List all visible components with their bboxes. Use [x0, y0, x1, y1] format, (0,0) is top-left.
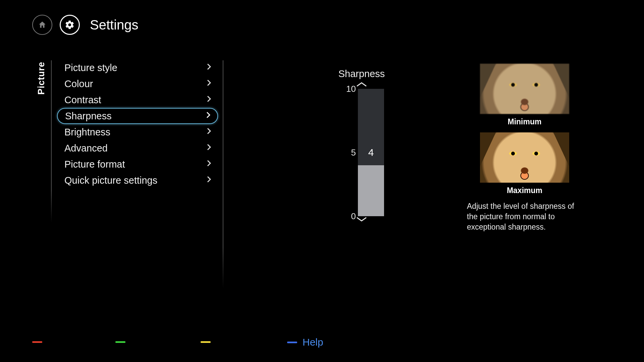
divider [223, 60, 223, 288]
preview-image-maximum [480, 132, 569, 183]
help-label: Help [303, 337, 323, 348]
menu-item-sharpness[interactable]: Sharpness [57, 108, 218, 124]
chevron-right-icon [206, 111, 211, 121]
menu-item-label: Colour [64, 78, 93, 89]
preview-label-max: Maximum [467, 186, 582, 195]
info-description: Adjust the level of sharpness of the pic… [467, 201, 582, 232]
menu-item-contrast[interactable]: Contrast [57, 92, 218, 108]
tick-mid: 5 [351, 147, 356, 158]
color-key-green[interactable] [115, 341, 125, 343]
menu-item-advanced[interactable]: Advanced [57, 140, 218, 156]
home-icon [38, 20, 47, 29]
menu-item-label: Advanced [64, 143, 108, 154]
menu-item-brightness[interactable]: Brightness [57, 124, 218, 140]
gear-icon [65, 20, 75, 30]
tick-min: 0 [351, 211, 356, 222]
color-key-blue [287, 342, 297, 343]
menu-item-quick-picture-settings[interactable]: Quick picture settings [57, 172, 218, 188]
preview-image-minimum [480, 64, 569, 114]
slider-body: 10 5 0 4 [339, 89, 384, 216]
menu-item-colour[interactable]: Colour [57, 76, 218, 92]
page-title: Settings [90, 17, 139, 33]
chevron-right-icon [207, 95, 211, 105]
chevron-right-icon [207, 143, 211, 153]
menu-item-label: Picture style [64, 62, 117, 73]
color-key-yellow[interactable] [201, 341, 211, 343]
chevron-right-icon [207, 63, 211, 72]
slider-value: 4 [358, 147, 384, 158]
slider-increment[interactable] [355, 81, 368, 89]
chevron-right-icon [207, 127, 211, 137]
color-key-red[interactable] [32, 341, 42, 343]
divider [51, 60, 52, 223]
tick-max: 10 [346, 84, 356, 94]
menu-item-label: Picture format [64, 159, 125, 170]
menu-item-label: Sharpness [65, 111, 112, 122]
chevron-right-icon [207, 160, 211, 169]
category-tab-picture[interactable]: Picture [36, 62, 47, 95]
preview-label-min: Minimum [467, 117, 582, 126]
menu-item-label: Brightness [64, 127, 110, 138]
menu-item-label: Quick picture settings [64, 175, 157, 186]
slider-decrement[interactable] [355, 216, 368, 224]
slider-fill [358, 165, 384, 216]
settings-menu: Picture styleColourContrastSharpnessBrig… [57, 60, 218, 188]
chevron-up-icon [355, 83, 368, 88]
menu-item-picture-style[interactable]: Picture style [57, 60, 218, 76]
chevron-right-icon [207, 79, 211, 88]
slider-track[interactable]: 4 [358, 89, 384, 216]
slider-ticks: 10 5 0 [339, 89, 356, 216]
chevron-right-icon [207, 176, 211, 185]
help-button[interactable]: Help [287, 337, 323, 348]
menu-item-label: Contrast [64, 95, 101, 106]
header: Settings [32, 15, 139, 35]
home-button[interactable] [32, 15, 52, 35]
chevron-down-icon [355, 218, 368, 223]
slider-panel: Sharpness 10 5 0 4 [325, 68, 398, 224]
slider-title: Sharpness [338, 68, 385, 79]
info-panel: Minimum Maximum Adjust the level of shar… [467, 64, 582, 232]
settings-button[interactable] [60, 15, 80, 35]
menu-item-picture-format[interactable]: Picture format [57, 156, 218, 172]
